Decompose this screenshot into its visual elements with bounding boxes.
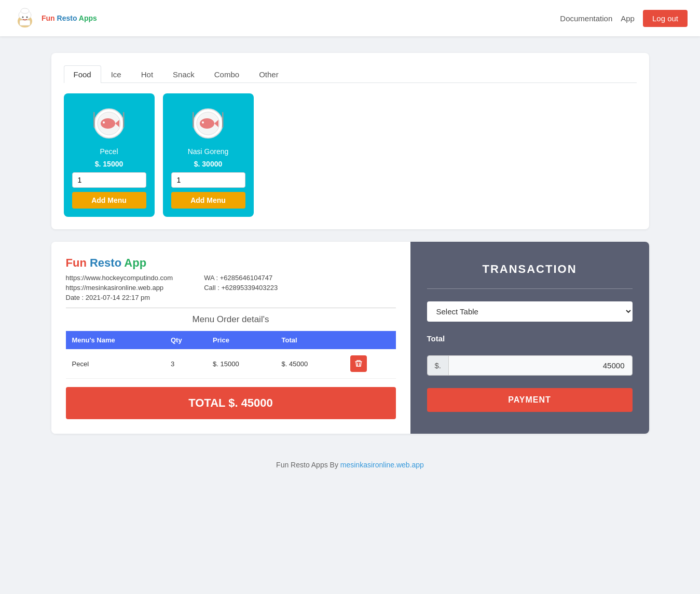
tab-other[interactable]: Other bbox=[249, 65, 289, 83]
svg-point-4 bbox=[21, 8, 29, 13]
qty-input-pecel[interactable] bbox=[72, 172, 146, 188]
footer: Fun Resto Apps By mesinkasironline.web.a… bbox=[0, 450, 700, 479]
transaction-total-label: Total bbox=[427, 334, 445, 343]
order-table-head: Menu's Name Qty Price Total bbox=[66, 331, 396, 349]
navbar-right: Documentation App Log out bbox=[560, 10, 688, 27]
app-link[interactable]: App bbox=[621, 14, 635, 23]
order-title-app: App bbox=[121, 256, 146, 269]
transaction-divider bbox=[427, 288, 633, 289]
svg-rect-22 bbox=[222, 112, 224, 128]
order-info-left: https://www.hockeycomputindo.com https:/… bbox=[66, 274, 173, 301]
order-wa: WA : +6285646104747 bbox=[204, 274, 278, 282]
footer-link[interactable]: mesinkasironline.web.app bbox=[340, 461, 424, 469]
tabs: Food Ice Hot Snack Combo Other bbox=[64, 65, 637, 83]
row-total: $. 45000 bbox=[276, 349, 344, 379]
order-table-body: Pecel 3 $. 15000 $. 45000 bbox=[66, 349, 396, 379]
col-menu-name: Menu's Name bbox=[66, 331, 164, 349]
tab-hot[interactable]: Hot bbox=[131, 65, 163, 83]
svg-point-9 bbox=[101, 118, 115, 129]
food-price-pecel: $. 15000 bbox=[95, 160, 123, 168]
svg-point-5 bbox=[22, 17, 24, 18]
order-section: Fun Resto App https://www.hockeycomputin… bbox=[51, 242, 410, 434]
svg-rect-21 bbox=[193, 112, 194, 117]
food-cards: Pecel $. 15000 Add Menu bbox=[64, 93, 637, 217]
svg-point-11 bbox=[103, 121, 105, 123]
navbar: Fun Resto Apps Documentation App Log out bbox=[0, 0, 700, 36]
brand-resto: Resto bbox=[55, 14, 77, 22]
svg-rect-13 bbox=[93, 112, 94, 117]
qty-input-nasi-goreng[interactable] bbox=[171, 172, 245, 188]
tab-ice[interactable]: Ice bbox=[101, 65, 131, 83]
brand-fun: Fun bbox=[42, 14, 55, 22]
transaction-title: TRANSACTION bbox=[482, 263, 577, 276]
total-bar: TOTAL $. 45000 bbox=[66, 387, 396, 419]
food-plate-icon bbox=[88, 102, 130, 143]
row-action bbox=[344, 349, 395, 379]
order-table: Menu's Name Qty Price Total Pecel 3 $. 1… bbox=[66, 331, 396, 379]
add-menu-button-pecel[interactable]: Add Menu bbox=[72, 192, 146, 209]
svg-point-19 bbox=[202, 121, 204, 123]
table-row: Pecel 3 $. 15000 $. 45000 bbox=[66, 349, 396, 379]
order-title-fun: Fun bbox=[66, 256, 87, 269]
footer-text: Fun Resto Apps By bbox=[276, 461, 338, 469]
order-brand-title: Fun Resto App bbox=[66, 256, 396, 270]
brand-apps: Apps bbox=[77, 14, 97, 22]
col-action bbox=[344, 331, 395, 349]
row-qty: 3 bbox=[164, 349, 207, 379]
order-table-header-row: Menu's Name Qty Price Total bbox=[66, 331, 396, 349]
menu-section: Food Ice Hot Snack Combo Other bbox=[51, 53, 649, 229]
select-table-dropdown[interactable]: Select Table bbox=[427, 301, 633, 322]
order-info-right: WA : +6285646104747 Call : +628953394032… bbox=[204, 274, 278, 301]
tab-snack[interactable]: Snack bbox=[163, 65, 204, 83]
row-name: Pecel bbox=[66, 349, 164, 379]
delete-row-button[interactable] bbox=[350, 355, 367, 372]
col-price: Price bbox=[207, 331, 275, 349]
food-card-pecel: Pecel $. 15000 Add Menu bbox=[64, 93, 155, 217]
order-transaction-section: Fun Resto App https://www.hockeycomputin… bbox=[51, 242, 649, 434]
tab-combo[interactable]: Combo bbox=[204, 65, 249, 83]
website2: https://mesinkasironline.web.app bbox=[66, 284, 173, 292]
total-prefix: $. bbox=[428, 356, 449, 375]
food-name-nasi-goreng: Nasi Goreng bbox=[188, 147, 229, 156]
food-name-pecel: Pecel bbox=[100, 147, 118, 156]
row-price: $. 15000 bbox=[207, 349, 275, 379]
svg-rect-14 bbox=[123, 112, 125, 128]
transaction-section: TRANSACTION Select Table Total $. PAYMEN… bbox=[410, 242, 649, 434]
food-card-nasi-goreng: Nasi Goreng $. 30000 Add Menu bbox=[163, 93, 254, 217]
menu-order-title: Menu Order detail's bbox=[66, 314, 396, 325]
col-total: Total bbox=[276, 331, 344, 349]
add-menu-button-nasi-goreng[interactable]: Add Menu bbox=[171, 192, 245, 209]
svg-point-17 bbox=[200, 118, 214, 129]
documentation-link[interactable]: Documentation bbox=[560, 14, 612, 23]
tab-food[interactable]: Food bbox=[64, 65, 101, 83]
total-value-input bbox=[449, 356, 632, 375]
order-title-resto: Resto bbox=[87, 256, 121, 269]
col-qty: Qty bbox=[164, 331, 207, 349]
order-date: Date : 2021-07-14 22:17 pm bbox=[66, 294, 173, 301]
food-price-nasi-goreng: $. 30000 bbox=[194, 160, 223, 168]
order-call: Call : +62895339403223 bbox=[204, 284, 278, 292]
trash-icon bbox=[354, 360, 363, 368]
brand: Fun Resto Apps bbox=[12, 6, 97, 31]
order-divider bbox=[66, 308, 396, 308]
main-content: Food Ice Hot Snack Combo Other bbox=[39, 36, 662, 450]
svg-point-6 bbox=[26, 17, 28, 18]
brand-text: Fun Resto Apps bbox=[42, 13, 97, 23]
chef-logo-icon bbox=[12, 6, 37, 31]
payment-button[interactable]: PAYMENT bbox=[427, 388, 633, 412]
order-info: https://www.hockeycomputindo.com https:/… bbox=[66, 274, 396, 301]
logout-button[interactable]: Log out bbox=[643, 10, 688, 27]
website1: https://www.hockeycomputindo.com bbox=[66, 274, 173, 282]
total-input-wrapper: $. bbox=[427, 355, 633, 376]
svg-rect-1 bbox=[20, 20, 30, 25]
food-plate-icon-2 bbox=[187, 102, 229, 143]
